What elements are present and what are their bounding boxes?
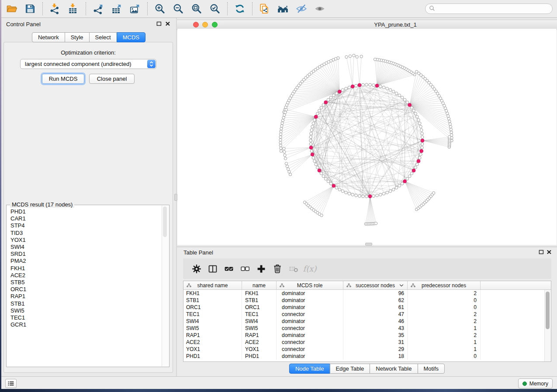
table-row[interactable]: STB1STB1dominator620: [183, 297, 551, 304]
table-row[interactable]: SWI5SWI5connector431: [183, 325, 551, 332]
table-row[interactable]: FKH1FKH1dominator962: [183, 290, 551, 297]
tab-motifs[interactable]: Motifs: [417, 364, 445, 374]
optimization-criterion-select[interactable]: largest connected component (undirected): [20, 59, 156, 69]
cell-predecessor-nodes[interactable]: 2: [408, 318, 481, 325]
first-neighbors-button[interactable]: [274, 1, 292, 16]
cell-shared-name[interactable]: TEC1: [183, 311, 242, 318]
cell-name[interactable]: STB1: [242, 297, 277, 304]
cell-name[interactable]: SWI4: [242, 318, 277, 325]
cell-name[interactable]: FKH1: [242, 290, 277, 297]
cell-name[interactable]: ACE2: [242, 339, 277, 346]
cell-successor-nodes[interactable]: 47: [343, 311, 408, 318]
vertical-splitter-handle[interactable]: [174, 194, 177, 201]
tab-select[interactable]: Select: [89, 32, 117, 42]
cell-name[interactable]: PHD1: [242, 353, 277, 360]
mcds-result-item[interactable]: GCR1: [10, 321, 162, 328]
cell-successor-nodes[interactable]: 43: [343, 325, 408, 332]
result-scrollbar[interactable]: [162, 206, 169, 366]
cell-successor-nodes[interactable]: 35: [343, 332, 408, 339]
zoom-selected-button[interactable]: [206, 1, 224, 16]
search-field[interactable]: [425, 3, 553, 14]
network-window-titlebar[interactable]: YPA_prune.txt_1: [177, 20, 557, 30]
mcds-result-item[interactable]: SWI5: [10, 307, 162, 314]
tab-node-table[interactable]: Node Table: [289, 364, 330, 374]
cell-shared-name[interactable]: SWI4: [183, 318, 242, 325]
tab-network-table[interactable]: Network Table: [370, 364, 418, 374]
memory-button[interactable]: Memory: [518, 378, 553, 389]
cell-name[interactable]: ORC1: [242, 304, 277, 311]
mcds-result-item[interactable]: ACE2: [10, 272, 162, 279]
mcds-result-item[interactable]: SWI4: [10, 244, 162, 251]
save-session-button[interactable]: [21, 1, 39, 16]
mcds-result-item[interactable]: STB5: [10, 279, 162, 286]
duplicate-network-button[interactable]: [256, 1, 273, 16]
table-row[interactable]: ORC1ORC1dominator610: [183, 304, 551, 311]
deselect-all-button[interactable]: [239, 262, 252, 275]
cell-mcds-role[interactable]: dominator: [277, 318, 343, 325]
mcds-result-list[interactable]: PHD1CAR1STP4TID3YOX1SWI4SRD1PMA2FKH1ACE2…: [7, 206, 162, 366]
cell-successor-nodes[interactable]: 18: [343, 353, 408, 360]
mcds-result-item[interactable]: FKH1: [10, 265, 162, 272]
cell-predecessor-nodes[interactable]: 1: [408, 346, 481, 353]
cell-successor-nodes[interactable]: 46: [343, 318, 408, 325]
column-header-mcds-role[interactable]: MCDS role: [277, 281, 343, 289]
cell-mcds-role[interactable]: connector: [277, 339, 343, 346]
cell-name[interactable]: TEC1: [242, 311, 277, 318]
cell-name[interactable]: SWI5: [242, 325, 277, 332]
open-session-button[interactable]: [3, 1, 21, 16]
cell-predecessor-nodes[interactable]: 0: [408, 297, 481, 304]
tab-network[interactable]: Network: [32, 32, 65, 42]
mcds-result-item[interactable]: RAP1: [10, 293, 162, 300]
refresh-button[interactable]: [231, 1, 249, 16]
hide-selected-button[interactable]: [293, 1, 310, 16]
mcds-result-item[interactable]: SRD1: [10, 251, 162, 258]
table-scrollbar-thumb[interactable]: [546, 292, 550, 329]
cell-shared-name[interactable]: YOX1: [183, 346, 242, 353]
mcds-result-item[interactable]: STB1: [10, 300, 162, 307]
close-panel-button[interactable]: Close panel: [89, 74, 135, 84]
tab-style[interactable]: Style: [65, 32, 90, 42]
mcds-result-item[interactable]: TID3: [10, 230, 162, 237]
cell-shared-name[interactable]: ACE2: [183, 339, 242, 346]
cell-shared-name[interactable]: STB1: [183, 297, 242, 304]
tab-mcds[interactable]: MCDS: [117, 32, 145, 42]
import-network-button[interactable]: [46, 1, 64, 16]
float-panel-icon[interactable]: [156, 21, 162, 26]
task-history-button[interactable]: [5, 379, 17, 388]
cell-mcds-role[interactable]: connector: [277, 325, 343, 332]
export-table-button[interactable]: [108, 1, 125, 16]
cell-predecessor-nodes[interactable]: 1: [408, 325, 481, 332]
window-maximize-icon[interactable]: [212, 22, 218, 28]
window-close-icon[interactable]: [193, 22, 199, 28]
table-row[interactable]: ACE2ACE2connector311: [183, 339, 551, 346]
cell-mcds-role[interactable]: dominator: [277, 353, 343, 360]
cell-predecessor-nodes[interactable]: 2: [408, 332, 481, 339]
tab-edge-table[interactable]: Edge Table: [329, 364, 370, 374]
cell-mcds-role[interactable]: connector: [277, 346, 343, 353]
cell-predecessor-nodes[interactable]: 2: [408, 290, 481, 297]
table-row[interactable]: RAP1RAP1dominator352: [183, 332, 551, 339]
table-row[interactable]: PHD1PHD1dominator180: [183, 353, 551, 360]
export-image-button[interactable]: [126, 1, 144, 16]
cell-predecessor-nodes[interactable]: 2: [408, 311, 481, 318]
table-row[interactable]: YOX1YOX1connector291: [183, 346, 551, 353]
mcds-result-item[interactable]: STP4: [10, 222, 162, 229]
cell-predecessor-nodes[interactable]: 0: [408, 304, 481, 311]
mcds-result-item[interactable]: PHD1: [10, 208, 162, 215]
network-canvas[interactable]: [177, 29, 557, 245]
column-header-predecessor-nodes[interactable]: predecessor nodes: [408, 281, 481, 289]
split-panel-button[interactable]: [206, 262, 219, 275]
cell-successor-nodes[interactable]: 96: [343, 290, 408, 297]
mcds-result-item[interactable]: PMA2: [10, 258, 162, 265]
cell-shared-name[interactable]: RAP1: [183, 332, 242, 339]
select-all-button[interactable]: [222, 262, 235, 275]
table-row[interactable]: TEC1TEC1connector472: [183, 311, 551, 318]
show-all-button[interactable]: [311, 1, 329, 16]
zoom-in-button[interactable]: [151, 1, 169, 16]
column-header-successor-nodes[interactable]: successor nodes: [343, 281, 408, 289]
run-mcds-button[interactable]: Run MCDS: [42, 74, 84, 84]
mcds-result-item[interactable]: ORC1: [10, 286, 162, 293]
cell-mcds-role[interactable]: dominator: [277, 290, 343, 297]
cell-mcds-role[interactable]: connector: [277, 311, 343, 318]
cell-shared-name[interactable]: SWI5: [183, 325, 242, 332]
